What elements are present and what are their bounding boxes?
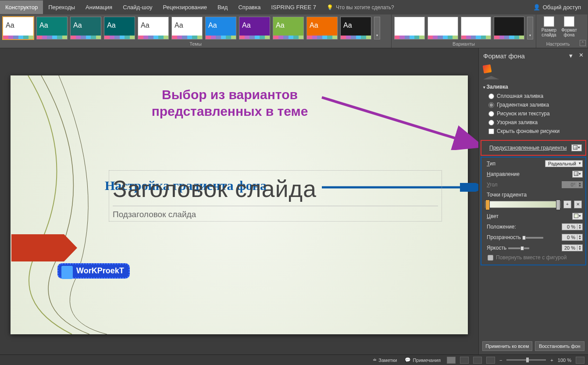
normal-view-button[interactable] bbox=[447, 357, 456, 364]
ribbon-body: Aa Aa Aa Aa Aa Aa Aa Aa Aa Aa Aa ▾ Темы … bbox=[0, 14, 588, 48]
tab-transitions[interactable]: Переходы bbox=[43, 0, 80, 14]
apply-to-all-button[interactable]: Применить ко всем bbox=[482, 341, 532, 351]
color-label: Цвет bbox=[487, 213, 499, 219]
reset-background-button[interactable]: Восстановить фон bbox=[535, 341, 585, 351]
variant-thumb[interactable] bbox=[461, 17, 492, 39]
direction-label: Направление bbox=[487, 171, 520, 177]
checkbox-rotate-with-shape: Повернуть вместе с фигурой bbox=[482, 253, 584, 262]
tab-slideshow[interactable]: Слайд-шоу bbox=[118, 0, 157, 14]
ribbon-tabs: Конструктор Переходы Анимация Слайд-шоу … bbox=[0, 0, 588, 14]
radio-gradient-fill[interactable]: Градиентная заливка bbox=[483, 100, 584, 109]
fit-to-window-button[interactable] bbox=[576, 357, 584, 364]
themes-more-button[interactable]: ▾ bbox=[374, 17, 380, 39]
slide-subtitle[interactable]: Подзаголовок слайда bbox=[113, 210, 438, 219]
preset-gradients-dropdown[interactable] bbox=[571, 144, 582, 151]
transparency-slider[interactable] bbox=[522, 237, 543, 239]
variant-thumb[interactable] bbox=[428, 17, 458, 39]
zoom-value[interactable]: 100 % bbox=[558, 358, 571, 363]
variant-thumb[interactable] bbox=[494, 17, 524, 39]
radio-solid-fill[interactable]: Сплошная заливка bbox=[483, 92, 584, 100]
radio-pattern-fill[interactable]: Узорная заливка bbox=[483, 118, 584, 127]
theme-thumb[interactable]: Aa bbox=[36, 17, 68, 39]
variants-more-button[interactable]: ▾ bbox=[527, 17, 533, 39]
tab-animation[interactable]: Анимация bbox=[80, 0, 118, 14]
slide-size-icon bbox=[544, 16, 554, 27]
group-label-variants: Варианты bbox=[392, 40, 536, 48]
angle-spinner: 0°▲▼ bbox=[562, 181, 583, 188]
theme-thumb[interactable]: Aa bbox=[205, 17, 236, 39]
panel-close-button[interactable]: ✕ bbox=[579, 52, 584, 60]
sorter-view-button[interactable] bbox=[460, 357, 469, 364]
tab-design[interactable]: Конструктор bbox=[0, 0, 43, 14]
preset-gradients-box: Предустановленные градиенты bbox=[481, 140, 586, 156]
remove-stop-button[interactable]: ✕ bbox=[574, 200, 582, 208]
section-fill[interactable]: Заливка bbox=[483, 82, 584, 92]
fill-bucket-icon[interactable] bbox=[483, 64, 492, 74]
zoom-in-button[interactable]: + bbox=[550, 358, 553, 363]
radio-picture-fill[interactable]: Рисунок или текстура bbox=[483, 109, 584, 118]
type-label: Тип bbox=[487, 161, 495, 167]
tab-view[interactable]: Вид bbox=[212, 0, 233, 14]
theme-thumb[interactable]: Aa bbox=[3, 17, 34, 39]
collapse-ribbon-button[interactable]: ^ bbox=[580, 40, 586, 46]
annotation-preset: Выбор из вариантовпредставленных в теме bbox=[138, 86, 322, 119]
share-button[interactable]: 👤 Общий доступ bbox=[526, 4, 588, 11]
title-placeholder[interactable]: Заголовок слайда Подзаголовок слайда bbox=[109, 170, 442, 222]
reading-view-button[interactable] bbox=[473, 357, 482, 364]
color-dropdown[interactable] bbox=[572, 213, 583, 220]
themes-gallery: Aa Aa Aa Aa Aa Aa Aa Aa Aa Aa Aa ▾ bbox=[0, 14, 391, 39]
brightness-label: Яркость bbox=[487, 245, 529, 251]
stops-label: Точки градиента bbox=[482, 190, 584, 198]
slide-size-button[interactable]: Размер слайда bbox=[540, 16, 558, 37]
variant-thumb[interactable] bbox=[394, 17, 425, 39]
zoom-out-button[interactable]: − bbox=[499, 358, 502, 363]
pentagon-shape[interactable] bbox=[11, 234, 77, 261]
panel-title: Формат фона bbox=[483, 52, 525, 60]
group-label-themes: Темы bbox=[0, 40, 391, 48]
gradient-stop-handle[interactable] bbox=[556, 200, 560, 210]
slideshow-view-button[interactable] bbox=[486, 357, 495, 364]
angle-label: Угол bbox=[487, 182, 498, 188]
zoom-slider[interactable] bbox=[506, 359, 546, 361]
bulb-icon: 💡 bbox=[327, 4, 333, 11]
arrow-icon bbox=[317, 93, 478, 150]
slide-title[interactable]: Заголовок слайда bbox=[113, 175, 438, 202]
panel-separator bbox=[483, 76, 584, 79]
tab-review[interactable]: Рецензирование bbox=[158, 0, 212, 14]
theme-thumb[interactable]: Aa bbox=[171, 17, 203, 39]
panel-menu-button[interactable]: ▾ bbox=[569, 52, 573, 60]
position-label: Положение: bbox=[487, 224, 516, 230]
theme-thumb[interactable]: Aa bbox=[70, 17, 101, 39]
position-spinner[interactable]: 0 %▲▼ bbox=[562, 223, 583, 230]
gradient-direction-dropdown[interactable] bbox=[572, 171, 583, 178]
slide-canvas[interactable]: Выбор из вариантовпредставленных в теме … bbox=[11, 75, 468, 334]
theme-thumb[interactable]: Aa bbox=[138, 17, 169, 39]
slide-workspace: Выбор из вариантовпредставленных в теме … bbox=[0, 48, 478, 354]
add-stop-button[interactable]: + bbox=[563, 200, 571, 208]
gradient-type-dropdown[interactable]: Радиальный bbox=[545, 160, 583, 167]
transparency-label: Прозрачность bbox=[487, 234, 543, 240]
theme-thumb[interactable]: Aa bbox=[340, 17, 371, 39]
gradient-stops-slider[interactable] bbox=[485, 201, 561, 208]
comments-button[interactable]: 💬Примечания bbox=[403, 357, 442, 363]
tell-me[interactable]: 💡 Что вы хотите сделать? bbox=[321, 4, 399, 11]
transparency-spinner[interactable]: 0 %▲▼ bbox=[562, 234, 583, 241]
status-bar: ≐Заметки 💬Примечания − + 100 % bbox=[0, 354, 588, 365]
tab-ispring[interactable]: ISPRING FREE 7 bbox=[266, 0, 321, 14]
checkbox-hide-bg-graphics[interactable]: Скрыть фоновые рисунки bbox=[483, 127, 584, 136]
person-icon: 👤 bbox=[533, 4, 540, 11]
theme-thumb[interactable]: Aa bbox=[306, 17, 338, 39]
tab-help[interactable]: Справка bbox=[233, 0, 266, 14]
theme-thumb[interactable]: Aa bbox=[239, 17, 270, 39]
format-background-button[interactable]: Формат фона bbox=[560, 16, 578, 37]
group-label-customize: Настроить bbox=[536, 40, 580, 48]
preset-gradients-label: Предустановленные градиенты bbox=[489, 145, 567, 151]
gradient-settings-box: Тип Радиальный Направление Угол 0°▲▼ Точ… bbox=[481, 157, 586, 265]
brightness-spinner[interactable]: 20 %▲▼ bbox=[562, 244, 583, 251]
gradient-stop-handle[interactable] bbox=[485, 200, 490, 210]
notes-button[interactable]: ≐Заметки bbox=[371, 357, 399, 363]
brightness-slider[interactable] bbox=[508, 247, 529, 249]
theme-thumb[interactable]: Aa bbox=[104, 17, 135, 39]
theme-thumb[interactable]: Aa bbox=[273, 17, 304, 39]
share-label: Общий доступ bbox=[543, 4, 581, 11]
